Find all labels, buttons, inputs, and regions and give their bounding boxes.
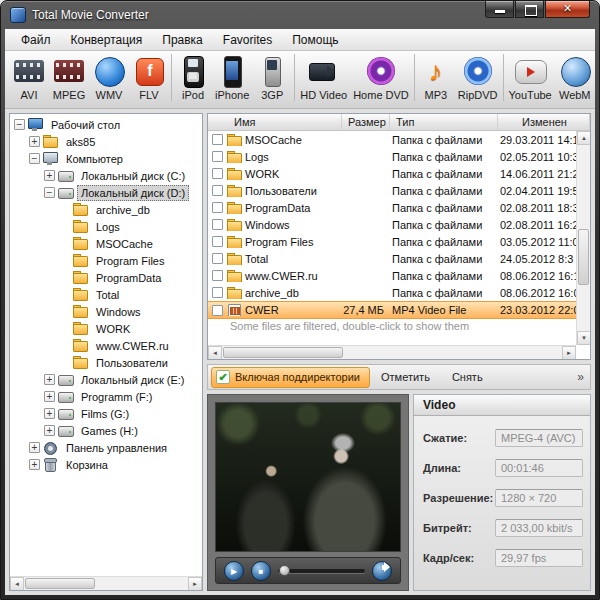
file-row[interactable]: Program Files Папка с файлами 03.05.2012…: [208, 233, 576, 250]
file-row[interactable]: ProgramData Папка с файлами 02.08.2011 1…: [208, 199, 576, 216]
tree-item[interactable]: Games (H:): [10, 422, 202, 439]
file-row[interactable]: Windows Папка с файлами 02.08.2011 16:2: [208, 216, 576, 233]
tree-item[interactable]: Компьютер: [10, 150, 202, 167]
row-checkbox[interactable]: [212, 134, 223, 145]
tree-item[interactable]: Локальный диск (E:): [10, 371, 202, 388]
toolbar-overflow-icon[interactable]: »: [577, 370, 584, 384]
row-checkbox[interactable]: [212, 219, 223, 230]
column-header[interactable]: Имя: [208, 114, 342, 130]
tree-item[interactable]: www.CWER.ru: [10, 337, 202, 354]
tree-scroll-track[interactable]: [24, 577, 188, 590]
menu-item[interactable]: Файл: [11, 30, 61, 50]
row-checkbox[interactable]: [212, 270, 223, 281]
column-header[interactable]: Тип: [390, 114, 498, 130]
toolbar-button[interactable]: Home DVD: [350, 54, 412, 101]
close-button[interactable]: [545, 1, 590, 18]
tree-item[interactable]: Logs: [10, 218, 202, 235]
column-header[interactable]: Изменен: [498, 114, 590, 130]
toolbar-button[interactable]: MP3: [414, 54, 455, 101]
stop-button[interactable]: ■: [251, 561, 271, 581]
tree-expander-icon[interactable]: [29, 459, 40, 470]
file-row[interactable]: CWER 27,4 МБ MP4 Video File 23.03.2012 2…: [208, 301, 576, 319]
row-checkbox[interactable]: [212, 168, 223, 179]
tree-item[interactable]: Панель управления: [10, 439, 202, 456]
toolbar-button[interactable]: WMV: [89, 54, 129, 101]
menu-item[interactable]: Конвертация: [61, 30, 153, 50]
tree-scroll-thumb[interactable]: [25, 578, 95, 589]
menu-item[interactable]: Правка: [152, 30, 213, 50]
tree-item[interactable]: Total: [10, 286, 202, 303]
file-list-vscroll-thumb[interactable]: [578, 229, 589, 285]
seek-slider-thumb[interactable]: [279, 565, 290, 576]
tree-expander-icon[interactable]: [44, 187, 55, 198]
row-checkbox[interactable]: [212, 151, 223, 162]
seek-slider[interactable]: [278, 569, 365, 573]
row-checkbox[interactable]: [212, 253, 223, 264]
tree-item[interactable]: archive_db: [10, 201, 202, 218]
file-list-vscroll-track[interactable]: [577, 145, 590, 331]
toolbar-button[interactable]: iPhone: [212, 54, 252, 101]
tree-item[interactable]: Windows: [10, 303, 202, 320]
tree-item[interactable]: Films (G:): [10, 405, 202, 422]
toolbar-button[interactable]: RipDVD: [455, 54, 501, 101]
tree-expander-icon[interactable]: [29, 153, 40, 164]
toolbar-button[interactable]: FLV: [129, 54, 169, 101]
tree-expander-icon[interactable]: [29, 442, 40, 453]
tree-item[interactable]: Рабочий стол: [10, 116, 202, 133]
toolbar-button[interactable]: AVI: [9, 54, 49, 101]
toolbar-button[interactable]: WebM: [555, 54, 595, 101]
column-header[interactable]: Размер: [342, 114, 390, 130]
row-checkbox[interactable]: [212, 287, 223, 298]
row-checkbox[interactable]: [212, 305, 223, 316]
file-row[interactable]: WORK Папка с файлами 14.06.2011 21:2: [208, 165, 576, 182]
toolbar-button[interactable]: 3GP: [252, 54, 292, 101]
row-checkbox[interactable]: [212, 185, 223, 196]
file-list-vertical-scrollbar[interactable]: ▲ ▼: [576, 131, 590, 345]
tree-item[interactable]: ProgramData: [10, 269, 202, 286]
toolbar-button[interactable]: iPod: [171, 54, 212, 101]
tree-expander-icon[interactable]: [44, 170, 55, 181]
file-row[interactable]: MSOCache Папка с файлами 29.03.2011 14:1: [208, 131, 576, 148]
play-button[interactable]: ▶: [224, 561, 244, 581]
toolbar-button[interactable]: MPEG: [49, 54, 89, 101]
tree-expander-icon[interactable]: [14, 119, 25, 130]
tree-item[interactable]: WORK: [10, 320, 202, 337]
tree-expander-icon[interactable]: [44, 391, 55, 402]
mark-button[interactable]: Отметить: [370, 368, 441, 386]
tree-item[interactable]: aks85: [10, 133, 202, 150]
scroll-down-icon[interactable]: ▼: [577, 331, 591, 345]
file-row[interactable]: archive_db Папка с файлами 08.06.2012 16…: [208, 284, 576, 301]
row-checkbox[interactable]: [212, 236, 223, 247]
file-list-hscroll-thumb[interactable]: [223, 347, 343, 358]
unmark-button[interactable]: Снять: [441, 368, 494, 386]
scroll-up-icon[interactable]: ▲: [577, 131, 591, 145]
title-bar[interactable]: Total Movie Converter: [1, 1, 599, 29]
tree-expander-icon[interactable]: [44, 374, 55, 385]
tree-item[interactable]: Локальный диск (D:): [10, 184, 202, 201]
toolbar-button[interactable]: YouTube: [503, 54, 555, 101]
tree-item[interactable]: MSOCache: [10, 235, 202, 252]
scroll-left-icon[interactable]: ◄: [208, 346, 222, 360]
file-list-horizontal-scrollbar[interactable]: ◄ ►: [208, 345, 576, 359]
tree-item[interactable]: Локальный диск (C:): [10, 167, 202, 184]
scroll-right-icon[interactable]: ►: [188, 577, 202, 591]
tree-horizontal-scrollbar[interactable]: ◄ ►: [10, 576, 202, 590]
tree-expander-icon[interactable]: [44, 408, 55, 419]
file-row[interactable]: Total Папка с файлами 24.05.2012 8:3: [208, 250, 576, 267]
tree-item[interactable]: Programm (F:): [10, 388, 202, 405]
maximize-button[interactable]: [515, 1, 544, 18]
tree-expander-icon[interactable]: [44, 425, 55, 436]
tree-item[interactable]: Program Files: [10, 252, 202, 269]
include-subdirectories-button[interactable]: ✔ Включая поддиректории: [211, 367, 370, 388]
tree-item[interactable]: Пользователи: [10, 354, 202, 371]
tree-item[interactable]: Корзина: [10, 456, 202, 473]
scroll-left-icon[interactable]: ◄: [10, 577, 24, 591]
toolbar-button[interactable]: HD Video: [294, 54, 350, 101]
video-preview-frame[interactable]: [215, 402, 401, 552]
tree-expander-icon[interactable]: [29, 136, 40, 147]
file-list-hscroll-track[interactable]: [222, 346, 562, 359]
volume-button[interactable]: [372, 561, 392, 581]
row-checkbox[interactable]: [212, 202, 223, 213]
file-row[interactable]: www.CWER.ru Папка с файлами 08.06.2012 1…: [208, 267, 576, 284]
scroll-right-icon[interactable]: ►: [562, 346, 576, 360]
